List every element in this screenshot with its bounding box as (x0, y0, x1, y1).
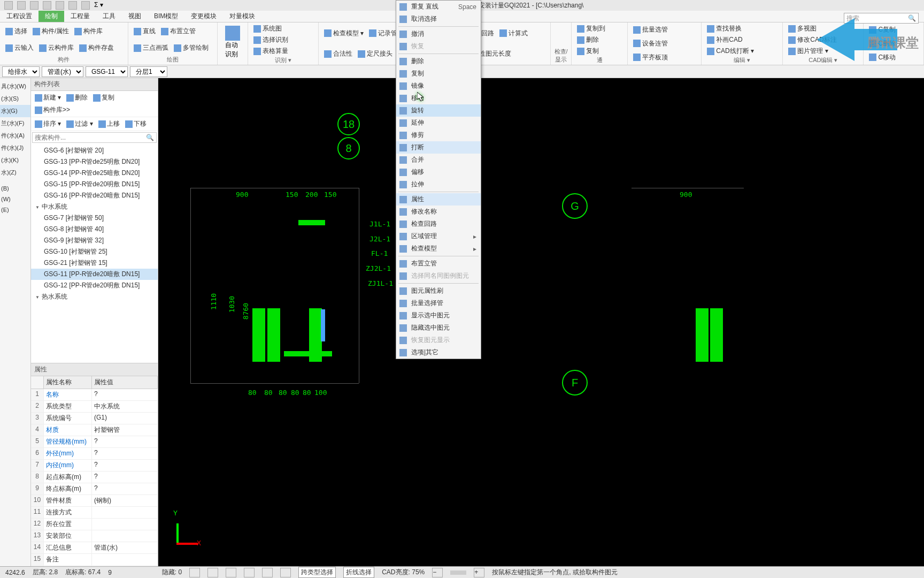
menu-BIM模型[interactable]: BIM模型 (148, 11, 184, 22)
filter-type[interactable]: 管道(水) (42, 66, 83, 77)
ctx-检查回路[interactable]: 检查回路 (396, 218, 481, 230)
ribbon-三点画弧[interactable]: 三点画弧 (132, 40, 171, 56)
ctx-属性[interactable]: 属性 (396, 193, 481, 206)
select-mode-1[interactable]: 跨类型选择 (298, 567, 336, 578)
ribbon-选择[interactable]: 选择 (3, 24, 29, 39)
ctx-重复 直线[interactable]: 重复 直线Space (396, 1, 481, 13)
tree-item[interactable]: (B) (0, 183, 30, 194)
tree-item[interactable]: 兰(水)(F) (0, 117, 30, 130)
toolbar-上移[interactable]: 上移 (97, 119, 121, 129)
tree-item[interactable]: 件(水)(A) (0, 130, 30, 142)
ribbon-计算式[interactable]: 计算式 (497, 24, 530, 43)
property-row[interactable]: 4材质衬塑钢管 (31, 424, 158, 436)
tree-item[interactable]: 具(水)(W) (0, 80, 30, 93)
property-row[interactable]: 10管件材质(钢制) (31, 495, 158, 507)
sb-toggle[interactable] (189, 568, 200, 577)
property-row[interactable]: 14汇总信息管道(水) (31, 542, 158, 554)
component-item[interactable]: GSG-14 [PP-R管de25暗敷 DN20] (31, 168, 158, 179)
ctx-图元属性刷[interactable]: 图元属性刷 (396, 285, 481, 297)
filter-layer[interactable]: 分层1 (130, 66, 167, 77)
tree-item[interactable]: 件(水)(J) (0, 142, 30, 154)
sb-toggle[interactable] (207, 568, 218, 577)
ctx-检查模型[interactable]: 检查模型 (396, 242, 481, 255)
component-item[interactable]: GSG-10 [衬塑钢管 25] (31, 246, 158, 257)
qat-btn[interactable] (30, 1, 38, 10)
menu-变更模块[interactable]: 变更模块 (184, 11, 223, 22)
search-icon[interactable]: 🔍 (144, 133, 156, 142)
qat-btn[interactable] (56, 1, 64, 10)
property-row[interactable]: 6外径(mm)? (31, 448, 158, 460)
ribbon-复制[interactable]: 复制 (575, 46, 601, 56)
brightness-up[interactable]: + (474, 568, 484, 577)
ctx-拉伸[interactable]: 拉伸 (396, 178, 481, 191)
ribbon-自动识别[interactable]: 自动识别 (221, 24, 244, 64)
ribbon-表格算量[interactable]: 表格算量 (251, 46, 290, 56)
sb-toggle[interactable] (280, 568, 291, 577)
property-row[interactable]: 9终点标高(m)? (31, 483, 158, 495)
search-input[interactable] (33, 133, 144, 142)
ctx-修改名称[interactable]: 修改名称 (396, 206, 481, 218)
ctx-修剪[interactable]: 修剪 (396, 129, 481, 141)
tree-item[interactable]: (水)(S) (0, 93, 30, 105)
qat-btn[interactable] (43, 1, 51, 10)
qat-btn[interactable] (4, 1, 13, 10)
ribbon-批量选管[interactable]: 批量选管 (631, 24, 670, 36)
component-item[interactable]: GSG-11 [PP-R管de20暗敷 DN15] (31, 269, 158, 280)
menu-工程设置[interactable]: 工程设置 (0, 11, 38, 22)
menu-工具[interactable]: 工具 (96, 11, 122, 22)
ribbon-平齐板顶[interactable]: 平齐板顶 (631, 51, 670, 64)
ribbon-定尺接头[interactable]: 定尺接头 (356, 44, 395, 64)
ribbon-合法性[interactable]: 合法性 (322, 44, 355, 64)
ctx-撤消[interactable]: 撤消 (396, 28, 481, 40)
property-row[interactable]: 5管径规格(mm)? (31, 436, 158, 448)
tree-item[interactable]: 水)(G) (0, 105, 30, 117)
component-list[interactable]: GSG-6 [衬塑钢管 20]GSG-13 [PP-R管de25明敷 DN20]… (31, 144, 158, 363)
sigma-icon[interactable]: Σ ▾ (94, 1, 103, 10)
ctx-镜像[interactable]: 镜像 (396, 80, 481, 92)
qat-btn[interactable] (17, 1, 26, 10)
drawing-canvas[interactable]: 18 8 G F 900 150 200 150 900 J1L-1 J2L-1… (158, 78, 924, 566)
tree-item[interactable] (0, 179, 30, 183)
ctx-旋转[interactable]: 旋转 (396, 104, 481, 117)
property-row[interactable]: 13安装部位 (31, 530, 158, 542)
ribbon-构件库[interactable]: 构件库 (72, 24, 105, 39)
ctx-布置立管[interactable]: 布置立管 (396, 257, 481, 270)
group-node[interactable]: 热水系统 (31, 291, 158, 302)
ribbon-多视图[interactable]: 多视图 (786, 24, 819, 34)
toolbar-删除[interactable]: 删除 (65, 93, 89, 103)
tree-item[interactable]: (E) (0, 204, 30, 215)
sb-toggle[interactable] (226, 568, 236, 577)
property-row[interactable]: 8起点标高(m)? (31, 471, 158, 483)
toolbar-构件库>>[interactable]: 构件库>> (33, 105, 72, 115)
toolbar-复制[interactable]: 复制 (91, 93, 116, 103)
ctx-隐藏选中图元[interactable]: 隐藏选中图元 (396, 322, 481, 334)
tree-item[interactable]: (W) (0, 194, 30, 204)
context-menu[interactable]: 重复 直线Space取消选择撤消恢复删除复制镜像移动旋转延伸修剪打断合并偏移拉伸… (396, 0, 481, 359)
ribbon-云输入[interactable]: 云输入 (3, 40, 36, 56)
ribbon-云构件库[interactable]: 云构件库 (37, 40, 76, 56)
component-item[interactable]: GSG-13 [PP-R管de25明敷 DN20] (31, 156, 158, 168)
property-row[interactable]: 7内径(mm)? (31, 460, 158, 471)
ctx-合并[interactable]: 合并 (396, 154, 481, 166)
ribbon-选择识别[interactable]: 选择识别 (251, 35, 290, 45)
ribbon-补画CAD[interactable]: 补画CAD (705, 35, 744, 45)
group-node[interactable]: 中水系统 (31, 201, 158, 212)
ctx-移动[interactable]: 移动 (396, 92, 481, 104)
sb-toggle[interactable] (262, 568, 273, 577)
component-item[interactable]: GSG-7 [衬塑钢管 50] (31, 212, 158, 224)
ribbon-布置立管[interactable]: 布置立管 (159, 24, 198, 39)
component-item[interactable]: GSG-12 [PP-R管de20明敷 DN15] (31, 280, 158, 291)
component-item[interactable]: GSG-8 [衬塑钢管 40] (31, 224, 158, 235)
menu-绘制[interactable]: 绘制 (38, 11, 64, 22)
toolbar-过滤 ▾[interactable]: 过滤 ▾ (65, 119, 94, 129)
menu-对量模块[interactable]: 对量模块 (223, 11, 261, 22)
ctx-显示选中图元[interactable]: 显示选中图元 (396, 309, 481, 322)
property-table[interactable]: 1名称?2系统类型中水系统3系统编号(G1)4材质衬塑钢管5管径规格(mm)?6… (31, 389, 158, 566)
select-mode-2[interactable]: 折线选择 (343, 567, 374, 578)
toolbar-下移[interactable]: 下移 (124, 119, 148, 129)
component-item[interactable]: GSG-9 [衬塑钢管 32] (31, 235, 158, 246)
menu-工程量[interactable]: 工程量 (64, 11, 96, 22)
brightness-slider[interactable] (450, 571, 466, 575)
ribbon-构件存盘[interactable]: 构件存盘 (77, 40, 116, 56)
filter-domain[interactable]: 给排水 (2, 66, 40, 77)
